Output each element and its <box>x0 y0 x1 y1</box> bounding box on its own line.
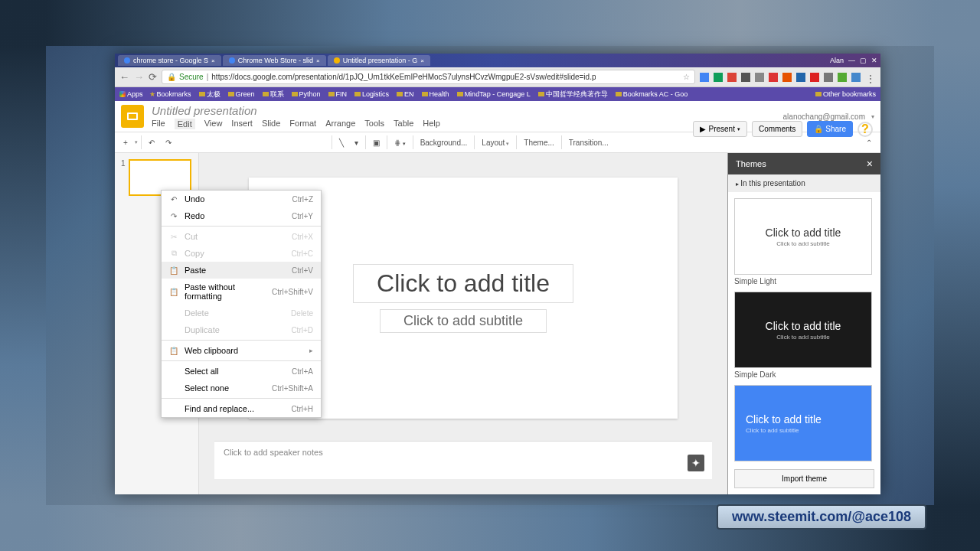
share-button[interactable]: 🔒 Share <box>807 121 853 137</box>
menu-item-select-none[interactable]: Select noneCtrl+Shift+A <box>162 380 321 396</box>
bookmark-item[interactable]: ★Bookmarks <box>149 90 191 99</box>
ext-icon[interactable] <box>838 73 847 82</box>
collapse-icon[interactable]: ⌃ <box>862 136 876 149</box>
theme-button[interactable]: Theme... <box>520 136 557 149</box>
window-max-icon[interactable]: ▢ <box>860 57 867 64</box>
menu-icon[interactable]: ⋮ <box>865 73 876 82</box>
slide-number: 1 <box>121 159 126 168</box>
menu-item-redo[interactable]: ↷RedoCtrl+Y <box>162 207 321 224</box>
nav-back-icon[interactable]: ← <box>119 71 129 83</box>
bookmark-item[interactable]: 太极 <box>199 90 220 99</box>
theme-card[interactable]: Click to add titleClick to add subtitle <box>734 385 874 461</box>
ext-icon[interactable] <box>782 73 792 82</box>
ext-icon[interactable] <box>700 73 709 82</box>
doc-title[interactable]: Untitled presentation <box>152 104 783 117</box>
background-button[interactable]: Background... <box>416 136 472 149</box>
menu-arrange[interactable]: Arrange <box>325 119 355 129</box>
theme-card[interactable]: Click to add titleClick to add subtitleS… <box>734 292 874 379</box>
watermark: www.steemit.com/@ace108 <box>717 504 926 530</box>
ext-icon[interactable] <box>741 73 750 82</box>
user-email[interactable]: alanochang@gmail.com <box>783 112 865 121</box>
ext-icon[interactable] <box>810 73 819 82</box>
redo-icon[interactable]: ↷ <box>162 136 175 149</box>
menu-item-select-all[interactable]: Select allCtrl+A <box>162 363 321 380</box>
menu-file[interactable]: File <box>152 119 165 129</box>
close-panel-icon[interactable]: × <box>867 158 873 170</box>
line-icon[interactable]: ╲ <box>335 136 348 149</box>
bookmark-item[interactable]: Logistics <box>354 90 389 99</box>
menu-tools[interactable]: Tools <box>364 119 384 129</box>
title-placeholder[interactable]: Click to add title <box>353 264 573 303</box>
browser-tab[interactable]: Untitled presentation - G× <box>328 55 430 66</box>
menu-item-undo[interactable]: ↶UndoCtrl+Z <box>162 191 321 207</box>
browser-window: chrome store - Google S×Chrome Web Store… <box>115 54 880 494</box>
ext-icon[interactable] <box>796 73 805 82</box>
tab-close-icon[interactable]: × <box>316 57 320 64</box>
tab-close-icon[interactable]: × <box>211 57 215 64</box>
ext-icon[interactable] <box>755 73 764 82</box>
other-bookmarks[interactable]: Other bookmarks <box>815 90 876 98</box>
textbox-icon[interactable]: ▣ <box>369 136 384 149</box>
subtitle-placeholder[interactable]: Click to add subtitle <box>380 309 547 333</box>
ext-icon[interactable] <box>714 73 723 82</box>
slides-app: Untitled presentation FileEditViewInsert… <box>115 101 880 494</box>
bookmark-item[interactable]: Health <box>422 90 449 99</box>
undo-icon[interactable]: ↶ <box>145 136 158 149</box>
ext-icon[interactable] <box>824 73 833 82</box>
theme-card[interactable]: Click to add titleClick to add subtitleS… <box>734 198 874 285</box>
url-input[interactable]: 🔒 Secure | https://docs.google.com/prese… <box>162 70 695 84</box>
extension-icons: ⋮ <box>700 73 876 82</box>
menu-item-paste-without-formatting[interactable]: 📋Paste without formattingCtrl+Shift+V <box>162 279 321 305</box>
menu-item-delete: DeleteDelete <box>162 305 321 321</box>
nav-reload-icon[interactable]: ⟳ <box>149 71 157 83</box>
menu-format[interactable]: Format <box>289 119 316 129</box>
themes-header: Themes <box>736 159 766 168</box>
menu-item-web-clipboard[interactable]: 📋Web clipboard▸ <box>162 342 321 359</box>
new-slide-button[interactable]: + <box>119 136 132 149</box>
menu-table[interactable]: Table <box>394 119 413 129</box>
nav-forward-icon[interactable]: → <box>134 71 144 83</box>
bookmark-item[interactable]: Bookmarks AC - Goo <box>616 90 688 99</box>
arrow-icon[interactable]: ▾ <box>351 136 362 149</box>
browser-tab[interactable]: chrome store - Google S× <box>118 55 221 66</box>
speaker-notes[interactable]: Click to add speaker notes ✦ <box>214 441 712 479</box>
window-min-icon[interactable]: — <box>848 57 855 64</box>
browser-tab[interactable]: Chrome Web Store - slid× <box>223 55 326 66</box>
ext-icon[interactable] <box>769 73 778 82</box>
present-button[interactable]: ▶ Present ▾ <box>693 121 746 137</box>
explore-icon[interactable]: ✦ <box>688 455 704 471</box>
transition-button[interactable]: Transition... <box>565 136 612 149</box>
align-icon[interactable]: ⋕ ▾ <box>390 136 410 149</box>
menu-item-copy: ⧉CopyCtrl+C <box>162 245 321 262</box>
menu-insert[interactable]: Insert <box>231 119 253 129</box>
slides-logo-icon[interactable] <box>121 105 144 128</box>
bookmarks-bar: Apps ★Bookmarks太极Green联系PythonFINLogisti… <box>115 87 880 101</box>
bookmark-item[interactable]: EN <box>397 90 414 99</box>
bookmark-item[interactable]: 联系 <box>263 90 284 99</box>
bookmark-item[interactable]: Green <box>228 90 255 99</box>
themes-panel: Themes × In this presentation Click to a… <box>727 153 880 494</box>
menu-item-find-and-replace-[interactable]: Find and replace...Ctrl+H <box>162 400 321 417</box>
lock-icon: 🔒 <box>167 73 176 81</box>
bookmark-item[interactable]: 中国哲学经典著作导 <box>538 90 608 99</box>
menu-item-paste[interactable]: 📋PasteCtrl+V <box>162 262 321 279</box>
apps-button[interactable]: Apps <box>119 90 143 98</box>
menu-view[interactable]: View <box>204 119 223 129</box>
menu-item-cut: ✂CutCtrl+X <box>162 228 321 245</box>
ext-icon[interactable] <box>727 73 737 82</box>
bookmark-item[interactable]: Python <box>292 90 321 99</box>
menu-edit[interactable]: Edit <box>175 119 195 129</box>
tab-close-icon[interactable]: × <box>420 57 424 64</box>
import-theme-button[interactable]: Import theme <box>734 469 874 488</box>
bookmark-item[interactable]: MindTap - Cengage L <box>457 90 531 99</box>
bookmark-item[interactable]: FIN <box>328 90 348 99</box>
star-icon[interactable]: ☆ <box>683 73 690 81</box>
layout-button[interactable]: Layout <box>478 136 513 149</box>
ext-icon[interactable] <box>851 73 861 82</box>
comments-button[interactable]: Comments <box>752 121 802 137</box>
menu-help[interactable]: Help <box>423 119 440 129</box>
menubar: FileEditViewInsertSlideFormatArrangeTool… <box>152 119 783 129</box>
help-icon[interactable]: ? <box>858 122 873 137</box>
menu-slide[interactable]: Slide <box>262 119 280 129</box>
window-close-icon[interactable]: ✕ <box>871 57 877 64</box>
